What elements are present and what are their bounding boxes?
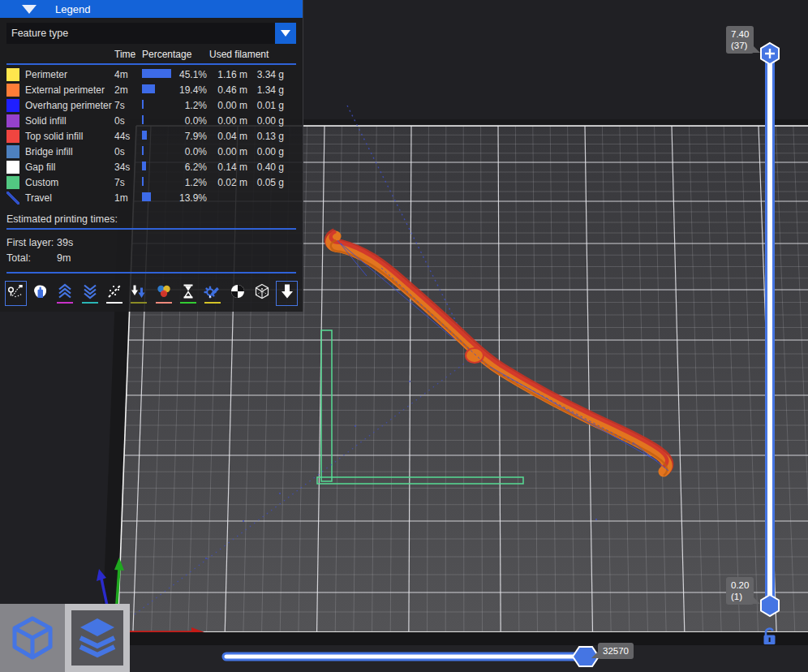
legend-panel: Legend Feature type Time Percentage Used…: [0, 0, 303, 312]
seams-icon: [105, 282, 123, 300]
legend-header[interactable]: Legend: [0, 0, 303, 18]
seams-button[interactable]: [104, 281, 126, 306]
slicer-preview-window: Legend Feature type Time Percentage Used…: [0, 0, 808, 672]
feature-time: 7s: [114, 177, 142, 188]
feature-row[interactable]: Perimeter 4m 45.1% 1.16 m 3.34 g: [0, 67, 303, 82]
custom-gcodes-icon: [204, 282, 221, 300]
feature-color-swatch: [6, 161, 19, 174]
feature-filament-g: 3.34 g: [247, 69, 284, 80]
bottom-layer-number: (1): [731, 591, 749, 602]
feature-row[interactable]: Bridge infill 0s 0.0% 0.00 m 0.00 g: [0, 144, 303, 159]
first-layer-row: First layer: 39s: [0, 235, 303, 250]
feature-label: Top solid infill: [25, 131, 114, 142]
bottom-layer-height: 0.20: [731, 579, 749, 591]
feature-filament-g: 1.34 g: [247, 84, 284, 96]
tool-changes-button[interactable]: [128, 281, 150, 306]
feature-label: Bridge infill: [25, 146, 114, 157]
layer-slider-track[interactable]: [767, 54, 774, 605]
legend-table-header: Time Percentage Used filament: [0, 47, 303, 62]
feature-time: 44s: [114, 131, 142, 142]
moves-slider-track[interactable]: [223, 653, 587, 660]
travel-paths-button[interactable]: [5, 281, 27, 306]
total-value: 9m: [57, 252, 296, 264]
lock-open-icon[interactable]: [761, 627, 779, 647]
feature-filament-m: 0.14 m: [207, 162, 247, 173]
feature-label: Custom: [25, 177, 114, 188]
feature-color-swatch: [6, 99, 19, 112]
first-layer-label: First layer:: [6, 237, 57, 248]
preview-view-button[interactable]: [65, 604, 130, 672]
feature-percent: 1.2%: [173, 177, 207, 188]
top-layer-height: 7.40: [731, 28, 749, 40]
layers-icon: [76, 616, 118, 660]
view-type-combo[interactable]: Feature type: [6, 23, 296, 44]
wipe-icon: [32, 282, 49, 300]
feature-label: External perimeter: [25, 84, 114, 96]
feature-color-swatch: [6, 84, 19, 97]
feature-filament-g: 0.01 g: [247, 100, 284, 111]
feature-percent: 0.0%: [173, 146, 207, 157]
feature-row[interactable]: Top solid infill 44s 7.9% 0.04 m 0.13 g: [0, 128, 303, 144]
center-of-gravity-button[interactable]: [226, 281, 248, 306]
shells-button[interactable]: [251, 281, 273, 306]
deretractions-button[interactable]: [79, 281, 101, 306]
feature-row[interactable]: Travel 1m 13.9%: [0, 190, 303, 205]
feature-filament-g: 0.13 g: [247, 131, 284, 142]
layer-range-slider[interactable]: [757, 41, 783, 618]
feature-row[interactable]: Custom 7s 1.2% 0.02 m 0.05 g: [0, 174, 303, 190]
feature-percent-bar: [142, 192, 151, 201]
feature-percent: 13.9%: [173, 192, 207, 204]
feature-filament-m: 1.16 m: [207, 69, 247, 80]
feature-label: Perimeter: [25, 69, 114, 80]
feature-time: 2m: [114, 84, 142, 96]
feature-percent-bar: [142, 100, 144, 109]
pause-prints-button[interactable]: [178, 281, 200, 306]
feature-percent-bar: [142, 131, 147, 140]
feature-row[interactable]: Solid infill 0s 0.0% 0.00 m 0.00 g: [0, 113, 303, 128]
top-layer-tooltip: 7.40 (37): [726, 26, 754, 54]
feature-percent-bar: [142, 177, 144, 186]
custom-gcodes-button[interactable]: [202, 281, 224, 306]
wipe-button[interactable]: [29, 281, 51, 306]
col-percentage: Percentage: [142, 49, 207, 60]
feature-filament-g: 0.40 g: [247, 162, 284, 173]
feature-row[interactable]: External perimeter 2m 19.4% 0.46 m 1.34 …: [0, 82, 303, 97]
moves-slider[interactable]: [213, 643, 611, 670]
layer-slider-bottom-handle[interactable]: [761, 595, 779, 616]
feature-time: 0s: [114, 115, 142, 127]
total-label: Total:: [6, 252, 57, 264]
feature-filament-g: 0.05 g: [247, 177, 284, 188]
feature-color-swatch: [6, 176, 19, 189]
feature-row[interactable]: Gap fill 34s 6.2% 0.14 m 0.40 g: [0, 159, 303, 174]
feature-filament-m: 0.46 m: [207, 84, 247, 96]
feature-time: 1m: [114, 192, 142, 204]
col-used-filament: Used filament: [207, 49, 284, 60]
feature-label: Overhang perimeter: [25, 100, 114, 111]
feature-row[interactable]: Overhang perimeter 7s 1.2% 0.00 m 0.01 g: [0, 97, 303, 113]
tool-marker-button[interactable]: [276, 281, 298, 306]
3d-editor-view-button[interactable]: [0, 604, 65, 672]
preview-button-inner: [71, 610, 123, 666]
feature-time: 0s: [114, 146, 142, 157]
feature-label: Gap fill: [25, 162, 114, 173]
view-type-dropdown-button[interactable]: [275, 23, 296, 44]
color-changes-button[interactable]: [153, 281, 174, 306]
view-type-value: Feature type: [11, 28, 275, 39]
collapse-icon[interactable]: [22, 5, 37, 14]
feature-percent-bar: [142, 84, 155, 93]
color-changes-icon: [155, 282, 173, 300]
feature-time: 4m: [114, 69, 142, 80]
total-row: Total: 9m: [0, 250, 303, 265]
retractions-icon: [56, 282, 74, 300]
feature-percent-bar: [142, 115, 144, 124]
retractions-button[interactable]: [54, 281, 76, 306]
tool-marker-icon: [278, 282, 296, 300]
chevron-down-icon: [281, 30, 290, 37]
feature-time: 34s: [114, 162, 142, 173]
plus-icon: [769, 49, 771, 58]
feature-color-swatch: [6, 145, 19, 158]
first-layer-value: 39s: [57, 237, 296, 248]
feature-percent: 19.4%: [173, 84, 207, 96]
feature-label: Solid infill: [25, 115, 114, 127]
feature-filament-m: 0.02 m: [207, 177, 247, 188]
